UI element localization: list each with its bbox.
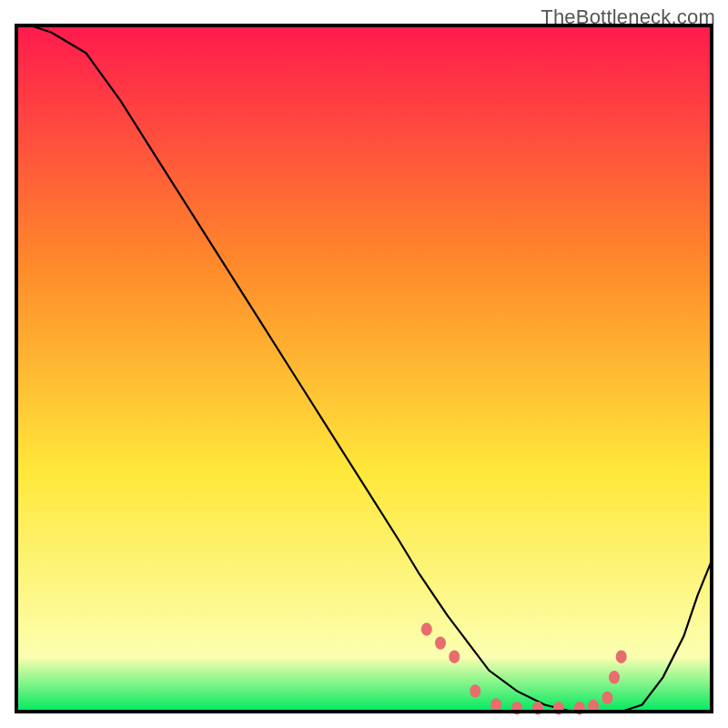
- watermark-label: TheBottleneck.com: [541, 5, 715, 29]
- plot-background: [16, 25, 712, 712]
- highlight-dot: [616, 651, 627, 663]
- chart-stage: TheBottleneck.com: [0, 0, 728, 728]
- highlight-dot: [470, 684, 480, 697]
- bottleneck-chart: [0, 0, 728, 728]
- highlight-dot: [435, 636, 446, 649]
- highlight-dot: [609, 671, 620, 683]
- highlight-dot: [490, 698, 501, 711]
- highlight-dot: [449, 651, 460, 663]
- highlight-dot: [421, 622, 432, 635]
- highlight-dot: [602, 692, 612, 704]
